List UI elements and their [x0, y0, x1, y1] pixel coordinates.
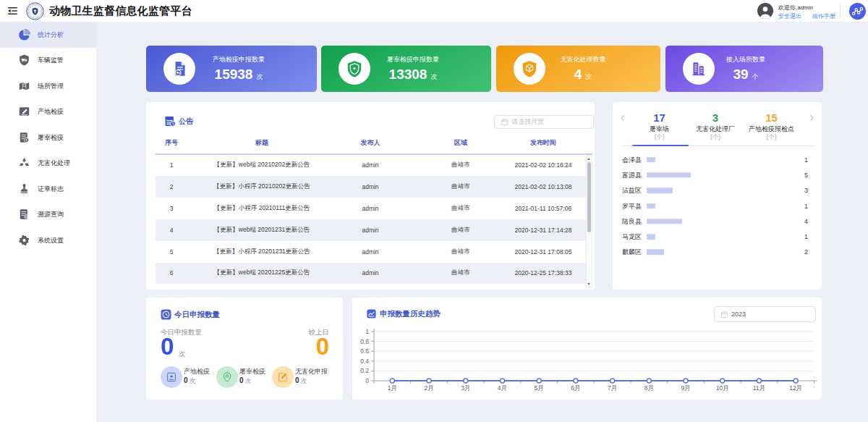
mini-value: 0次 — [295, 376, 307, 386]
table-cell: 2020-12-25 17:38:33 — [515, 269, 572, 277]
sidebar-item-1[interactable]: 统计分析 — [0, 22, 96, 48]
today-mini-item-2: 屠宰检疫0次 — [216, 366, 272, 388]
svg-text:0.4: 0.4 — [360, 358, 369, 365]
table-row[interactable]: 3【更新】小程序 20210111更新公告admin曲靖市2021-01-11 … — [156, 198, 586, 219]
sidebar-item-8[interactable]: 溯源查询 — [0, 202, 96, 228]
trend-line-chart: 00.20.40.60.811月2月3月4月5月6月7月8月9月10月11月12… — [352, 324, 822, 396]
vehicle-shield-icon — [18, 54, 30, 67]
mini-label: 屠宰检疫 — [239, 367, 265, 376]
bar-row: 陆良县4 — [622, 214, 808, 229]
svg-text:1: 1 — [365, 328, 369, 335]
top-header: 动物卫生监督信息化监管平台 欢迎你,admin 安全退出 操作手册 — [0, 0, 868, 22]
sidebar-item-label: 统计分析 — [38, 30, 64, 39]
table-cell: 5 — [170, 248, 174, 256]
tabs-prev-icon[interactable] — [619, 114, 626, 122]
mini-value: 0次 — [184, 376, 195, 386]
stat-value: 15938 — [215, 67, 253, 82]
table-cell: admin — [362, 248, 378, 256]
pie-chart-icon — [18, 28, 30, 41]
table-cell: 【更新】web端 20210202更新公告 — [214, 161, 310, 169]
recycle-icon — [18, 157, 30, 169]
bar — [647, 203, 655, 209]
stat-unit: 次 — [256, 73, 263, 80]
welcome-text: 欢迎你,admin — [778, 4, 813, 12]
table-cell: 曲靖市 — [451, 226, 470, 235]
avatar[interactable] — [757, 3, 773, 19]
bar-value: 3 — [804, 187, 808, 194]
year-picker-value: 2023 — [731, 311, 746, 318]
document-badge-icon — [18, 131, 30, 143]
sidebar-item-2[interactable]: 车辆监管 — [0, 48, 96, 74]
app-logo — [26, 2, 44, 20]
sidebar-item-9[interactable]: 系统设置 — [0, 227, 96, 253]
shield-dot-icon — [345, 59, 364, 78]
bar-category-label: 陆良县 — [622, 216, 642, 226]
network-share-button[interactable] — [849, 3, 866, 20]
sidebar-item-label: 溯源查询 — [38, 210, 64, 219]
stat-unit: 个 — [752, 73, 759, 80]
bar — [647, 234, 655, 240]
document-badge-icon — [18, 131, 30, 143]
stamp-icon — [18, 182, 30, 195]
tab-unit: (个) — [631, 133, 688, 141]
menu-fold-icon[interactable] — [7, 6, 18, 16]
stat-icon-circle — [163, 53, 195, 85]
signature-icon — [18, 106, 30, 118]
document-search-icon — [18, 208, 30, 221]
table-cell: 6 — [170, 269, 174, 277]
today-mini-item-1: 产地检疫0次 — [161, 366, 216, 388]
table-column-header: 序号 — [165, 138, 178, 148]
logout-link[interactable]: 安全退出 — [778, 12, 801, 20]
table-cell: 【更新】web端 20201225更新公告 — [214, 269, 310, 277]
map-icon — [18, 80, 30, 92]
mini-icon-circle — [161, 366, 182, 388]
places-tab-2[interactable]: 3无害化处理厂(个) — [687, 111, 744, 141]
table-row[interactable]: 6【更新】web端 20201225更新公告admin曲靖市2020-12-25… — [156, 263, 586, 284]
sidebar-item-3[interactable]: 场所管理 — [0, 73, 96, 99]
table-cell: 2021-02-02 10:13:08 — [515, 183, 572, 190]
bar-category-label: 马龙区 — [622, 232, 642, 242]
table-row[interactable]: 5【更新】小程序 20201231更新公告admin曲靖市2020-12-31 … — [156, 241, 586, 263]
scroll-down-icon — [587, 281, 592, 287]
manual-link[interactable]: 操作手册 — [812, 12, 835, 20]
tab-label: 产地检疫报检点 — [744, 125, 800, 133]
bar-category-label: 罗平县 — [622, 201, 642, 211]
tab-count: 17 — [631, 111, 688, 124]
sidebar-item-5[interactable]: 屠宰检疫 — [0, 125, 96, 151]
table-column-header: 发布时间 — [530, 138, 556, 148]
sidebar-item-4[interactable]: 产地检疫 — [0, 99, 96, 125]
certificate-icon — [166, 371, 177, 383]
table-row[interactable]: 4【更新】web端 20201231更新公告admin曲靖市2020-12-31… — [156, 219, 586, 241]
share-nodes-icon — [849, 3, 866, 20]
sidebar-item-6[interactable]: 无害化处理 — [0, 151, 96, 177]
tab-unit: (个) — [744, 133, 800, 141]
places-tab-3[interactable]: 15产地检疫报检点(个) — [744, 111, 800, 141]
svg-text:6月: 6月 — [571, 384, 580, 392]
buildings-icon — [689, 59, 708, 78]
sidebar-item-7[interactable]: 证章标志 — [0, 176, 96, 202]
table-cell: 曲靖市 — [451, 182, 470, 191]
stat-label: 屠宰检疫申报数量 — [387, 55, 439, 64]
clock-icon — [161, 309, 171, 320]
table-cell: 【更新】web端 20201231更新公告 — [214, 226, 310, 235]
table-scrollbar[interactable] — [586, 155, 592, 288]
sidebar-item-label: 场所管理 — [38, 81, 64, 90]
table-cell: 2020-12-31 17:08:05 — [515, 248, 572, 256]
table-row[interactable]: 1【更新】web端 20210202更新公告admin曲靖市2021-02-02… — [156, 155, 586, 177]
table-cell: 2020-12-31 17:14:28 — [515, 227, 572, 234]
svg-text:3月: 3月 — [461, 384, 470, 392]
places-tab-1[interactable]: 17屠宰场(个) — [631, 111, 688, 141]
gear-icon — [18, 234, 30, 246]
map-icon — [18, 80, 30, 92]
recycle-icon — [18, 157, 30, 169]
table-row[interactable]: 2【更新】小程序 20210202更新公告admin曲靖市2021-02-02 … — [156, 176, 586, 198]
svg-text:1月: 1月 — [388, 384, 397, 392]
svg-text:5月: 5月 — [535, 384, 544, 392]
svg-text:0.8: 0.8 — [360, 338, 369, 345]
shield-box-icon — [520, 59, 539, 78]
month-picker-input[interactable]: 请选择月度 — [494, 115, 594, 129]
tabs-next-icon[interactable] — [808, 114, 815, 122]
year-picker-input[interactable]: 2023 — [714, 306, 816, 322]
bar — [647, 172, 692, 178]
stat-card-2: 屠宰检疫申报数量13308次 — [321, 46, 491, 92]
